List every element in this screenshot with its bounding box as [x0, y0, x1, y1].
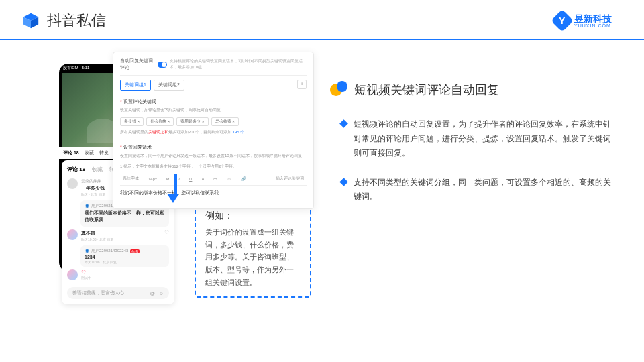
section-title: 短视频关键词评论自动回复 [354, 82, 499, 98]
keyword-group-tab-2[interactable]: 关键词组2 [154, 80, 184, 90]
size-select[interactable]: 14px [146, 176, 160, 182]
config-panel: 自动回复关键词评论 支持根据评论的关键词设置回复话术，可以针对不同类型关键词设置… [113, 52, 314, 209]
section-icon [330, 81, 347, 99]
toggle-label: 自动回复关键词评论 [120, 58, 155, 71]
keyword-group-tab-1[interactable]: 关键词组1 [120, 80, 151, 90]
avatar-icon: 👤 [85, 204, 89, 208]
page-title: 抖音私信 [47, 11, 106, 31]
example-box: 例如： 关于询价的设置成一组关键词，多少钱、什么价格，费用多少等。关于咨询班型、… [195, 200, 311, 298]
diamond-icon [339, 119, 348, 128]
example-title: 例如： [205, 210, 301, 222]
avatar-icon: 👤 [85, 249, 89, 253]
keyword-tag[interactable]: 怎么收费 × [211, 117, 239, 126]
bullet-item: 短视频评论的自动回复设置，为了提升作者的评论回复效率，在系统中针对常见的评论用户… [330, 117, 617, 161]
bullet-item: 支持不同类型的关键词分组，同一类问题，可设置多个相近的、高频的关键词。 [330, 176, 617, 204]
arrow-icon [172, 174, 179, 203]
underline-icon[interactable]: U [186, 176, 195, 182]
editor-toolbar: 系统字体 14px B I U A ▭ ☺ 🔗 插入评论关键词 [120, 172, 307, 186]
example-body: 关于询价的设置成一组关键词，多少钱、什么价格，费用多少等。关于咨询班型、版本、型… [205, 226, 301, 288]
link-icon[interactable]: 🔗 [238, 176, 248, 182]
brand: Y 昱新科技YUUXIN.COM [554, 13, 612, 29]
emoji-icon[interactable]: ☺ [159, 291, 164, 296]
add-group-button[interactable]: + [297, 80, 307, 89]
avatar[interactable] [67, 229, 78, 240]
keyword-count-note: 所有关键词里的关键词之和最多可添加200个，目前剩余可添加 195 个 [120, 127, 307, 137]
like-icon: ♡ [81, 269, 169, 276]
header: 抖音私信 Y 昱新科技YUUXIN.COM [0, 0, 644, 40]
keyword-tag[interactable]: 多少钱 × [120, 117, 144, 126]
insert-keyword-button[interactable]: 插入评论关键词 [273, 175, 307, 182]
avatar[interactable] [67, 178, 78, 189]
keywords-label: 设置评论关键词 [120, 97, 307, 107]
at-icon[interactable]: @ [150, 291, 155, 296]
like-icon[interactable]: ♡ [164, 229, 169, 241]
color-icon[interactable]: A [199, 176, 207, 182]
comment-item: 真不错 昨天10:08 · 北京 回复 ♡ [67, 227, 169, 244]
bold-icon[interactable]: B [164, 176, 172, 182]
auto-reply-toggle[interactable] [158, 62, 166, 68]
diamond-icon [339, 178, 348, 186]
reply-item: 👤用户2299214302243作者 1234 昨天10:08 · 北京 回复 [80, 245, 169, 267]
reply-label: 设置回复话术 [120, 143, 307, 152]
keyword-tag[interactable]: 什么价格 × [146, 117, 174, 126]
reply-text[interactable]: 我们不同的版本价格不一样，您可以私信联系我 [120, 186, 307, 200]
font-select[interactable]: 系统字体 [120, 175, 142, 182]
emoji-icon[interactable]: ☺ [224, 176, 233, 182]
image-icon[interactable]: ▭ [211, 176, 220, 182]
cube-logo-icon [21, 11, 40, 30]
brand-icon: Y [551, 9, 574, 32]
avatar[interactable] [67, 269, 78, 280]
comment-input[interactable]: 善语结善缘，恶言伤人心@☺ [67, 287, 169, 299]
keyword-tag[interactable]: 费用是多少 × [176, 117, 208, 126]
comment-item: ♡测试中 [67, 267, 169, 283]
